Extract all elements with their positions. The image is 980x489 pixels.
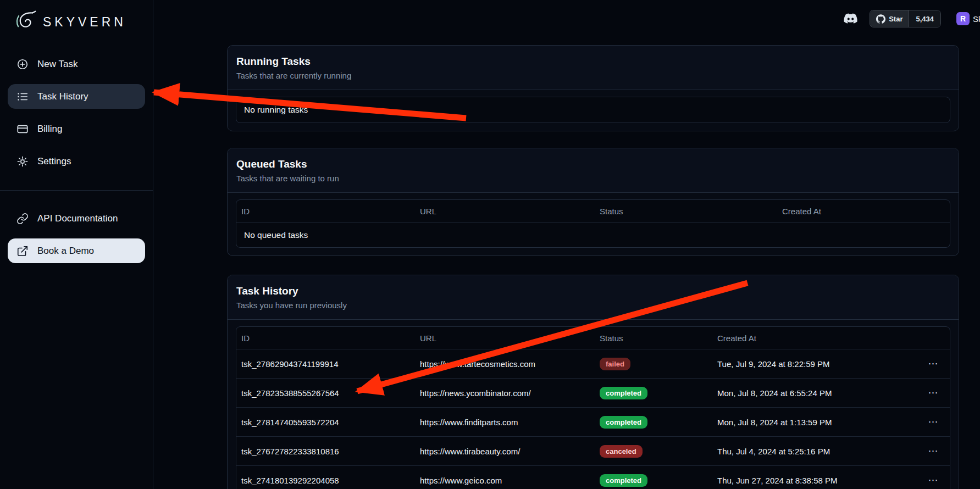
sidebar-item-label: Task History	[37, 91, 88, 102]
queued-tasks-table: ID URL Status Created At No queued tasks	[236, 199, 950, 248]
task-id: tsk_278235388555267564	[241, 388, 420, 398]
status-badge: completed	[600, 416, 647, 429]
task-history-table-header: ID URL Status Created At	[236, 327, 950, 349]
column-id: ID	[241, 334, 420, 343]
logo[interactable]: SKYVERN	[8, 8, 145, 35]
column-status: Status	[600, 334, 717, 343]
column-created-at: Created At	[717, 334, 917, 343]
running-tasks-body: No running tasks	[228, 90, 959, 131]
status-badge: failed	[600, 358, 630, 370]
task-history-table: ID URL Status Created At tsk_27862904374…	[236, 326, 950, 489]
column-status: Status	[600, 207, 782, 216]
column-url: URL	[420, 334, 600, 343]
sidebar: SKYVERN New Task Task History Billing	[0, 0, 153, 489]
github-star-count[interactable]: 5,434	[909, 10, 940, 27]
status-badge: completed	[600, 387, 647, 399]
github-icon	[876, 14, 885, 24]
plus-circle-icon	[16, 58, 29, 70]
external-link-icon	[16, 245, 29, 257]
sidebar-divider	[0, 190, 153, 191]
sidebar-item-label: New Task	[37, 59, 77, 70]
task-status-cell: failed	[600, 358, 717, 370]
list-icon	[16, 91, 29, 103]
task-created-at: Mon, Jul 8, 2024 at 1:13:59 PM	[717, 418, 917, 427]
task-status-cell: completed	[600, 387, 717, 399]
running-tasks-subtitle: Tasks that are currently running	[236, 70, 950, 82]
task-history-subtitle: Tasks you have run previously	[236, 299, 950, 312]
row-menu-button[interactable]: ⋯	[917, 445, 950, 457]
task-history-card: Task History Tasks you have run previous…	[227, 275, 959, 489]
row-menu-button[interactable]: ⋯	[917, 474, 950, 486]
queued-table-header: ID URL Status Created At	[236, 200, 950, 222]
task-id: tsk_274180139292204058	[241, 476, 420, 485]
task-created-at: Thu, Jul 4, 2024 at 5:25:16 PM	[717, 447, 917, 456]
sidebar-item-label: Billing	[37, 124, 62, 135]
github-star-button[interactable]: Star	[870, 10, 909, 27]
row-menu-button[interactable]: ⋯	[917, 387, 950, 399]
github-star-label: Star	[889, 15, 903, 23]
sidebar-nav: New Task Task History Billing Settings	[8, 52, 145, 263]
running-tasks-header: Running Tasks Tasks that are currently r…	[228, 46, 959, 90]
task-status-cell: completed	[600, 416, 717, 429]
sidebar-item-api-documentation[interactable]: API Documentation	[8, 206, 145, 231]
discord-button[interactable]	[842, 10, 859, 27]
task-history-header: Task History Tasks you have run previous…	[228, 275, 959, 320]
task-history-title: Task History	[236, 284, 950, 298]
book-a-demo-button[interactable]: Book a Demo	[8, 238, 145, 263]
queued-tasks-card: Queued Tasks Tasks that are waiting to r…	[227, 148, 959, 256]
github-star-widget[interactable]: Star 5,434	[870, 10, 941, 27]
task-url: https://www.tirabeauty.com/	[420, 447, 600, 456]
table-row[interactable]: tsk_278629043741199914 https://www.tarte…	[236, 349, 950, 378]
row-menu-button[interactable]: ⋯	[917, 416, 950, 428]
table-row[interactable]: tsk_278235388555267564 https://news.ycom…	[236, 378, 950, 407]
no-queued-tasks-message: No queued tasks	[236, 222, 950, 247]
sidebar-item-label: API Documentation	[37, 213, 118, 224]
column-created-at: Created At	[782, 207, 950, 216]
app-root: SKYVERN New Task Task History Billing	[0, 0, 980, 489]
table-row[interactable]: tsk_276727822333810816 https://www.tirab…	[236, 436, 950, 465]
no-running-tasks-message: No running tasks	[236, 97, 950, 123]
running-tasks-table: No running tasks	[236, 97, 950, 123]
task-created-at: Mon, Jul 8, 2024 at 6:55:24 PM	[717, 388, 917, 398]
sidebar-item-label: Book a Demo	[37, 246, 94, 257]
sidebar-item-task-history[interactable]: Task History	[8, 84, 145, 109]
task-url: https://www.tartecosmetics.com	[420, 359, 600, 369]
task-id: tsk_278147405593572204	[241, 418, 420, 427]
queued-tasks-subtitle: Tasks that are waiting to run	[236, 173, 950, 185]
task-url: https://www.geico.com	[420, 476, 600, 485]
task-status-cell: canceled	[600, 445, 717, 458]
discord-icon	[843, 13, 858, 25]
running-tasks-card: Running Tasks Tasks that are currently r…	[227, 45, 959, 131]
table-row[interactable]: tsk_274180139292204058 https://www.geico…	[236, 465, 950, 489]
column-url: URL	[420, 207, 600, 216]
cut-off-username: Sk	[973, 14, 980, 24]
queued-tasks-body: ID URL Status Created At No queued tasks	[228, 193, 959, 255]
task-created-at: Tue, Jul 9, 2024 at 8:22:59 PM	[717, 359, 917, 369]
task-status-cell: completed	[600, 474, 717, 487]
gear-icon	[16, 155, 29, 168]
status-badge: canceled	[600, 445, 643, 458]
task-url: https://news.ycombinator.com/	[420, 388, 600, 398]
running-tasks-title: Running Tasks	[236, 54, 950, 69]
brand-name: SKYVERN	[43, 15, 126, 30]
sidebar-item-new-task[interactable]: New Task	[8, 52, 145, 76]
credit-card-icon	[16, 123, 29, 135]
avatar[interactable]: R	[956, 12, 970, 25]
table-row[interactable]: tsk_278147405593572204 https://www.findi…	[236, 407, 950, 436]
skyvern-logo-icon	[13, 10, 37, 34]
sidebar-item-settings[interactable]: Settings	[8, 149, 145, 174]
queued-tasks-title: Queued Tasks	[236, 157, 950, 171]
task-id: tsk_276727822333810816	[241, 447, 420, 456]
task-url: https://www.finditparts.com	[420, 418, 600, 427]
task-created-at: Thu, Jun 27, 2024 at 8:38:58 PM	[717, 476, 917, 485]
link-icon	[16, 213, 29, 225]
task-id: tsk_278629043741199914	[241, 359, 420, 369]
column-id: ID	[241, 207, 420, 216]
sidebar-item-billing[interactable]: Billing	[8, 116, 145, 141]
main-content: Star 5,434 R Sk Running Tasks Tasks that…	[153, 0, 980, 489]
topbar: Star 5,434 R Sk	[842, 10, 980, 27]
queued-tasks-header: Queued Tasks Tasks that are waiting to r…	[228, 148, 959, 193]
status-badge: completed	[600, 474, 647, 487]
row-menu-button[interactable]: ⋯	[917, 358, 950, 370]
task-history-body: ID URL Status Created At tsk_27862904374…	[228, 320, 959, 489]
